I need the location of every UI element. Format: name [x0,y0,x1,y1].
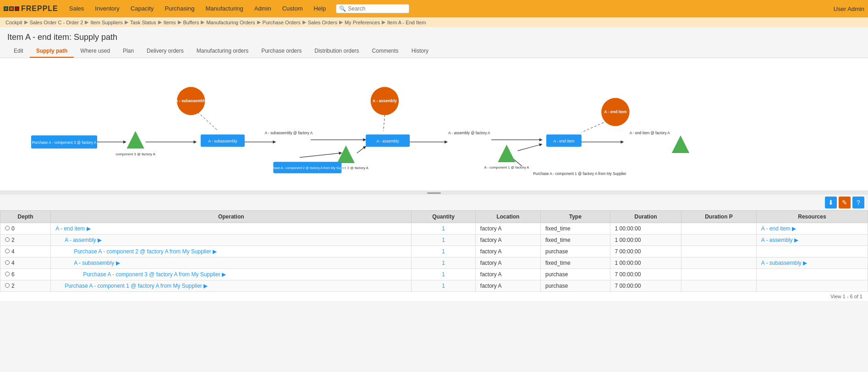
resource-arrow[interactable]: ▶ [803,260,807,266]
svg-marker-32 [498,145,515,162]
breadcrumb-sales-orders[interactable]: Sales Orders [308,20,337,25]
quantity-link[interactable]: 1 [442,225,445,232]
table-toolbar: ⬇ ✎ ? [0,195,868,210]
breadcrumb-current: Item A - End Item [387,20,426,25]
cell-resources [756,280,868,292]
breadcrumb-purchase-orders[interactable]: Purchase Orders [263,20,301,25]
cell-resources: A - subassembly ▶ [756,257,868,269]
svg-line-4 [300,153,341,158]
supply-path-table: Depth Operation Quantity Location Type D… [0,210,868,292]
nav-custom[interactable]: Custom [278,0,308,17]
breadcrumb-task-status[interactable]: Task Status [130,20,156,25]
svg-text:A - assembly @ factory A: A - assembly @ factory A [448,131,490,135]
operation-arrow[interactable]: ▶ [87,225,91,232]
breadcrumb-items[interactable]: Items [164,20,176,25]
col-quantity: Quantity [412,211,476,223]
nav-manufacturing[interactable]: Manufacturing [201,0,247,17]
quantity-link[interactable]: 1 [442,237,445,243]
resource-link[interactable]: A - end item [761,225,791,232]
supply-path-diagram: Purchase A - component 3 @ factory A com… [5,63,863,186]
tab-comments[interactable]: Comments [366,45,405,58]
operation-arrow[interactable]: ▶ [116,260,120,266]
cell-quantity: 1 [412,280,476,292]
operation-link[interactable]: Purchase A - component 3 @ factory A fro… [83,271,220,278]
operation-link[interactable]: A - end item [55,225,85,232]
nav-inventory[interactable]: Inventory [90,0,124,17]
cell-duration-p [681,235,757,246]
nav-capacity[interactable]: Capacity [126,0,159,17]
resize-handle-icon [427,192,441,194]
search-box[interactable]: 🔍 [336,4,409,13]
logo-squares [4,6,19,11]
breadcrumb: Cockpit ▶ Sales Order C - Order 2 ▶ Item… [0,17,868,27]
tab-delivery-orders[interactable]: Delivery orders [140,45,190,58]
download-button[interactable]: ⬇ [825,197,837,208]
resource-link[interactable]: A - assembly [761,237,793,243]
operation-link[interactable]: A - assembly [65,237,96,243]
cell-operation: Purchase A - component 3 @ factory A fro… [51,269,412,280]
col-resources: Resources [756,211,868,223]
nav-purchasing[interactable]: Purchasing [160,0,199,17]
breadcrumb-item-suppliers[interactable]: Item Suppliers [90,20,122,25]
svg-marker-23 [337,146,355,163]
table-row: 0 A - end item ▶ 1 factory A fixed_time … [0,223,868,235]
svg-text:A - end item: A - end item [604,109,626,114]
diagram-area[interactable]: Purchase A - component 3 @ factory A com… [0,58,868,191]
operation-link[interactable]: Purchase A - component 1 @ factory A fro… [65,283,202,289]
operation-link[interactable]: A - subassembly [74,260,114,266]
svg-text:A - subassembly @ factory A: A - subassembly @ factory A [265,131,313,135]
svg-marker-16 [126,131,144,148]
resize-handle[interactable] [0,191,868,195]
tab-supply-path[interactable]: Supply path [30,45,74,58]
resource-link[interactable]: A - subassembly [761,260,802,266]
depth-circle [5,237,10,242]
operation-arrow[interactable]: ▶ [222,271,226,278]
svg-text:A - subassembly: A - subassembly [208,139,237,143]
breadcrumb-mfg-orders[interactable]: Manufacturing Orders [206,20,255,25]
cell-quantity: 1 [412,223,476,235]
cell-location: factory A [475,280,540,292]
cell-duration: 7 00:00:00 [610,280,681,292]
logo[interactable]: FREPPLE [4,5,58,13]
pagination: View 1 - 6 of 1 [0,292,868,301]
cell-operation: A - subassembly ▶ [51,257,412,269]
breadcrumb-sales-order[interactable]: Sales Order C - Order 2 [30,20,83,25]
cell-quantity: 1 [412,257,476,269]
cell-resources [756,269,868,280]
quantity-link[interactable]: 1 [442,283,445,289]
quantity-link[interactable]: 1 [442,260,445,266]
tab-plan[interactable]: Plan [116,45,140,58]
tab-purchase-orders[interactable]: Purchase orders [255,45,308,58]
quantity-link[interactable]: 1 [442,271,445,278]
tab-history[interactable]: History [405,45,435,58]
operation-link[interactable]: Purchase A - component 2 @ factory A fro… [74,248,211,255]
operation-arrow[interactable]: ▶ [213,248,217,255]
operation-arrow[interactable]: ▶ [203,283,208,289]
operation-arrow[interactable]: ▶ [98,237,102,243]
help-button[interactable]: ? [852,197,864,208]
cell-location: factory A [475,269,540,280]
cell-location: factory A [475,235,540,246]
tab-manufacturing-orders[interactable]: Manufacturing orders [190,45,255,58]
tab-where-used[interactable]: Where used [74,45,116,58]
tab-distribution-orders[interactable]: Distribution orders [308,45,365,58]
tab-edit[interactable]: Edit [7,45,30,58]
quantity-link[interactable]: 1 [442,248,445,255]
svg-text:A - subassembly: A - subassembly [176,98,207,103]
cell-type: fixed_time [540,235,610,246]
search-input[interactable] [348,5,407,12]
edit-table-button[interactable]: ✎ [839,197,851,208]
resource-arrow[interactable]: ▶ [792,225,796,232]
cell-depth: 6 [0,269,51,280]
cell-operation: Purchase A - component 2 @ factory A fro… [51,246,412,257]
breadcrumb-buffers[interactable]: Buffers [183,20,199,25]
col-location: Location [475,211,540,223]
nav-sales[interactable]: Sales [65,0,89,17]
col-depth: Depth [0,211,51,223]
nav-help[interactable]: Help [309,0,330,17]
depth-circle [5,260,10,265]
breadcrumb-cockpit[interactable]: Cockpit [5,20,22,25]
breadcrumb-my-preferences[interactable]: My Preferences [345,20,380,25]
nav-admin[interactable]: Admin [250,0,276,17]
resource-arrow[interactable]: ▶ [794,237,798,243]
